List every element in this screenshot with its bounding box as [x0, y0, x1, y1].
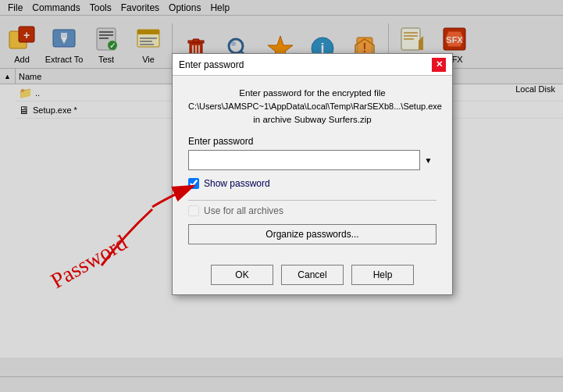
show-password-checkbox[interactable] [188, 178, 199, 189]
show-password-label[interactable]: Show password [204, 178, 270, 189]
dialog-titlebar: Enter password ✕ [173, 54, 452, 76]
dialog-input-row: ▼ [188, 150, 437, 170]
dialog-prompt-line3: in archive Subway Surfers.zip [188, 113, 437, 127]
use-all-archives-label: Use for all archives [204, 205, 283, 216]
ok-button[interactable]: OK [211, 265, 273, 285]
dialog-footer: OK Cancel Help [173, 260, 452, 294]
dropdown-arrow[interactable]: ▼ [419, 150, 437, 170]
password-input[interactable] [188, 150, 437, 170]
dialog-close-button[interactable]: ✕ [432, 58, 446, 72]
divider [188, 200, 437, 201]
dialog-prompt-line1: Enter password for the encrypted file [188, 87, 437, 100]
dialog-title: Enter password [179, 59, 244, 70]
enter-password-dialog: Enter password ✕ Enter password for the … [172, 53, 453, 295]
use-all-archives-checkbox[interactable] [188, 205, 199, 216]
dialog-prompt-line2: C:\Users\JAMSPC~1\AppData\Local\Temp\Rar… [188, 100, 437, 113]
cancel-button[interactable]: Cancel [281, 265, 344, 285]
dialog-field-label: Enter password [188, 136, 437, 147]
organize-passwords-button[interactable]: Organize passwords... [188, 224, 437, 244]
main-window: File Commands Tools Favorites Options He… [0, 0, 563, 392]
dialog-info: Enter password for the encrypted file C:… [188, 87, 437, 127]
show-password-row: Show password [188, 178, 437, 189]
use-all-archives-row: Use for all archives [188, 205, 437, 216]
dialog-body: Enter password for the encrypted file C:… [173, 76, 452, 260]
help-button[interactable]: Help [351, 265, 414, 285]
dialog-overlay: Enter password ✕ Enter password for the … [0, 0, 563, 392]
